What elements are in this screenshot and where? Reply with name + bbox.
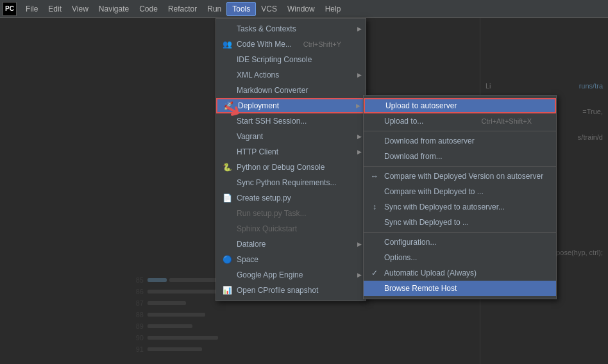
gae-icon — [221, 269, 233, 281]
separator-2 — [364, 166, 556, 167]
app-logo: PC — [3, 2, 17, 16]
menu-gae[interactable]: Google App Engine — [216, 267, 366, 283]
menu-run[interactable]: Run — [202, 3, 226, 15]
menu-code[interactable]: Code — [134, 3, 163, 15]
sphinx-icon — [221, 223, 233, 235]
python-icon: 🐍 — [221, 161, 233, 173]
menu-configuration[interactable]: Configuration... — [364, 235, 556, 250]
setup-icon: 📄 — [221, 192, 233, 204]
browse-remote-icon — [369, 283, 380, 294]
compare-icon: ↔ — [369, 170, 380, 182]
menu-vagrant[interactable]: Vagrant — [216, 129, 366, 144]
menu-markdown[interactable]: Markdown Converter — [216, 83, 366, 98]
options-icon — [369, 252, 380, 263]
menu-file[interactable]: File — [21, 3, 43, 15]
menu-ide-scripting[interactable]: IDE Scripting Console — [216, 52, 366, 67]
menu-view[interactable]: View — [67, 3, 94, 15]
separator-1 — [364, 131, 556, 131]
space-icon: 🔵 — [221, 254, 233, 265]
menubar: PC File Edit View Navigate Code Refactor… — [0, 0, 608, 18]
menu-sphinx: Sphinx Quickstart — [216, 221, 366, 236]
markdown-icon — [221, 85, 233, 96]
menu-sync-deployed-to[interactable]: Sync with Deployed to ... — [364, 215, 556, 230]
upload-autoserver-icon — [370, 100, 382, 112]
menu-sync-python[interactable]: Sync Python Requirements... — [216, 175, 366, 190]
menu-compare-deployed[interactable]: ↔ Compare with Deployed Version on autos… — [364, 169, 556, 184]
cprofile-icon: 📊 — [221, 285, 233, 296]
menu-download-from[interactable]: Download from... — [364, 149, 556, 164]
menu-create-setup[interactable]: 📄 Create setup.py — [216, 190, 366, 206]
menu-code-with-me[interactable]: 👥 Code With Me... Ctrl+Shift+Y — [216, 37, 366, 52]
code-with-me-icon: 👥 — [221, 38, 233, 50]
auto-upload-icon: ✓ — [369, 267, 380, 279]
menu-upload-autoserver[interactable]: Upload to autoserver — [364, 98, 556, 113]
menu-help[interactable]: Help — [320, 3, 346, 15]
menu-xml-actions[interactable]: XML Actions — [216, 67, 366, 83]
menu-compare-deployed-to[interactable]: Compare with Deployed to ... — [364, 184, 556, 199]
tools-dropdown: Tasks & Contexts 👥 Code With Me... Ctrl+… — [215, 18, 366, 301]
download-from-icon — [369, 151, 380, 162]
deployment-submenu: Upload to autoserver Upload to... Ctrl+A… — [363, 95, 557, 299]
xml-icon — [221, 69, 233, 81]
vagrant-icon — [221, 131, 233, 142]
menu-navigate[interactable]: Navigate — [94, 3, 134, 15]
menu-datalore[interactable]: Datalore — [216, 236, 366, 252]
run-setup-icon — [221, 208, 233, 219]
download-auto-icon — [369, 135, 380, 147]
menu-browse-remote[interactable]: Browse Remote Host — [364, 281, 556, 296]
upload-to-icon — [369, 115, 380, 127]
menu-upload-to[interactable]: Upload to... Ctrl+Alt+Shift+X — [364, 113, 556, 129]
menu-tasks-contexts[interactable]: Tasks & Contexts — [216, 21, 366, 37]
menu-download-autoserver[interactable]: Download from autoserver — [364, 133, 556, 149]
ide-scripting-icon — [221, 54, 233, 65]
sync-auto-icon: ↕ — [369, 201, 380, 213]
menu-vcs[interactable]: VCS — [256, 3, 282, 15]
tasks-icon — [221, 23, 233, 35]
compare-to-icon — [369, 186, 380, 197]
menu-auto-upload[interactable]: ✓ Automatic Upload (Always) — [364, 265, 556, 281]
separator-3 — [364, 232, 556, 233]
menu-python-console[interactable]: 🐍 Python or Debug Console — [216, 160, 366, 175]
menu-http-client[interactable]: HTTP Client — [216, 144, 366, 160]
sync-to-icon — [369, 217, 380, 228]
menu-sync-deployed-auto[interactable]: ↕ Sync with Deployed to autoserver... — [364, 199, 556, 215]
sync-icon — [221, 177, 233, 188]
menu-run-setup: Run setup.py Task... — [216, 206, 366, 221]
config-icon — [369, 236, 380, 248]
menu-refactor[interactable]: Refactor — [163, 3, 202, 15]
datalore-icon — [221, 238, 233, 250]
http-icon — [221, 146, 233, 158]
menu-tools[interactable]: Tools — [226, 2, 256, 16]
menu-edit[interactable]: Edit — [43, 3, 67, 15]
menu-options[interactable]: Options... — [364, 250, 556, 265]
menu-window[interactable]: Window — [282, 3, 320, 15]
menu-cprofile[interactable]: 📊 Open CProfile snapshot — [216, 283, 366, 298]
menu-space[interactable]: 🔵 Space — [216, 252, 366, 267]
